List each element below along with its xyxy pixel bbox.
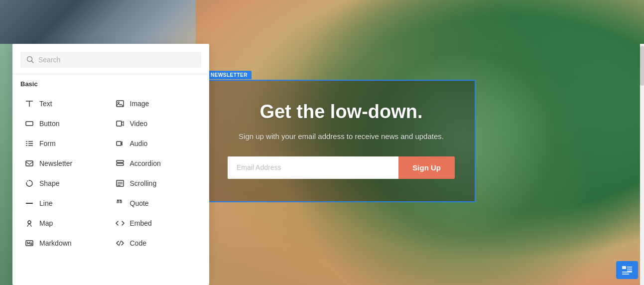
embed-icon bbox=[115, 218, 125, 228]
item-form-label: Form bbox=[39, 140, 56, 147]
item-text[interactable]: Text bbox=[20, 94, 111, 114]
scrollbar-track[interactable] bbox=[640, 44, 644, 285]
item-video[interactable]: Video bbox=[111, 114, 202, 134]
svg-point-24 bbox=[28, 221, 31, 224]
elements-list: Basic Text bbox=[12, 74, 209, 285]
item-shape[interactable]: Shape bbox=[20, 173, 111, 193]
svg-rect-7 bbox=[117, 121, 122, 126]
code-icon bbox=[115, 238, 125, 248]
search-input[interactable] bbox=[38, 56, 195, 64]
item-markdown[interactable]: Markdown bbox=[20, 233, 111, 253]
search-icon bbox=[26, 56, 34, 64]
item-code[interactable]: Code bbox=[111, 233, 202, 253]
item-markdown-label: Markdown bbox=[39, 239, 72, 247]
item-line[interactable]: Line bbox=[20, 193, 111, 213]
newsletter-section: NEWSLETTER Get the low-down. Sign up wit… bbox=[207, 80, 476, 202]
form-icon bbox=[24, 139, 34, 148]
item-shape-label: Shape bbox=[39, 179, 59, 187]
bottom-right-widget[interactable] bbox=[616, 261, 638, 279]
audio-icon bbox=[115, 139, 125, 148]
item-button-label: Button bbox=[39, 120, 59, 128]
item-accordion[interactable]: Accordion bbox=[111, 153, 202, 173]
item-code-label: Code bbox=[130, 239, 146, 247]
search-container bbox=[12, 44, 209, 74]
svg-point-5 bbox=[118, 102, 119, 104]
item-newsletter[interactable]: Newsletter bbox=[20, 153, 111, 173]
markdown-icon bbox=[24, 238, 34, 248]
newsletter-form: Sign Up bbox=[228, 156, 455, 179]
svg-line-1 bbox=[32, 61, 34, 63]
item-newsletter-label: Newsletter bbox=[39, 159, 72, 167]
svg-rect-27 bbox=[622, 266, 626, 269]
svg-rect-14 bbox=[117, 142, 121, 145]
item-quote-label: Quote bbox=[130, 199, 149, 207]
item-map-label: Map bbox=[39, 219, 53, 227]
image-icon bbox=[115, 99, 125, 109]
accordion-icon bbox=[115, 158, 125, 168]
email-input[interactable] bbox=[228, 156, 398, 179]
item-scrolling-label: Scrolling bbox=[130, 179, 157, 187]
shape-icon bbox=[24, 178, 34, 188]
item-button[interactable]: Button bbox=[20, 114, 111, 134]
item-scrolling[interactable]: Scrolling bbox=[111, 173, 202, 193]
item-quote[interactable]: ❝❝ Quote bbox=[111, 193, 202, 213]
button-icon bbox=[24, 119, 34, 129]
svg-text:❝❝: ❝❝ bbox=[117, 199, 122, 204]
section-label-basic: Basic bbox=[20, 80, 201, 88]
item-embed-label: Embed bbox=[130, 219, 152, 227]
newsletter-tag: NEWSLETTER bbox=[207, 71, 252, 79]
svg-line-26 bbox=[119, 241, 121, 246]
corner-image bbox=[0, 0, 214, 44]
elements-sidebar: Basic Text bbox=[12, 44, 209, 285]
newsletter-icon bbox=[24, 158, 34, 168]
signup-button[interactable]: Sign Up bbox=[398, 156, 455, 179]
search-box[interactable] bbox=[20, 52, 201, 68]
newsletter-title: Get the low-down. bbox=[228, 101, 455, 124]
svg-rect-17 bbox=[117, 163, 124, 165]
item-audio[interactable]: Audio bbox=[111, 134, 202, 153]
item-embed[interactable]: Embed bbox=[111, 213, 202, 233]
newsletter-subtitle: Sign up with your email address to recei… bbox=[228, 131, 455, 142]
quote-icon: ❝❝ bbox=[115, 198, 125, 208]
item-map[interactable]: Map bbox=[20, 213, 111, 233]
newsletter-content: Get the low-down. Sign up with your emai… bbox=[208, 81, 475, 201]
item-text-label: Text bbox=[39, 100, 52, 108]
svg-rect-6 bbox=[26, 122, 33, 126]
item-line-label: Line bbox=[39, 199, 52, 207]
item-audio-label: Audio bbox=[130, 140, 148, 147]
item-accordion-label: Accordion bbox=[130, 159, 161, 167]
item-form[interactable]: Form bbox=[20, 134, 111, 153]
video-icon bbox=[115, 119, 125, 129]
line-icon bbox=[24, 198, 34, 208]
widget-icon bbox=[621, 265, 633, 275]
scrolling-icon bbox=[115, 178, 125, 188]
map-icon bbox=[24, 218, 34, 228]
svg-rect-15 bbox=[26, 161, 33, 166]
svg-rect-16 bbox=[117, 160, 124, 162]
items-grid: Text Image bbox=[20, 94, 201, 253]
scrollbar-thumb[interactable] bbox=[640, 46, 644, 86]
item-image-label: Image bbox=[130, 100, 149, 108]
text-icon bbox=[24, 99, 34, 109]
item-video-label: Video bbox=[130, 120, 148, 128]
item-image[interactable]: Image bbox=[111, 94, 202, 114]
